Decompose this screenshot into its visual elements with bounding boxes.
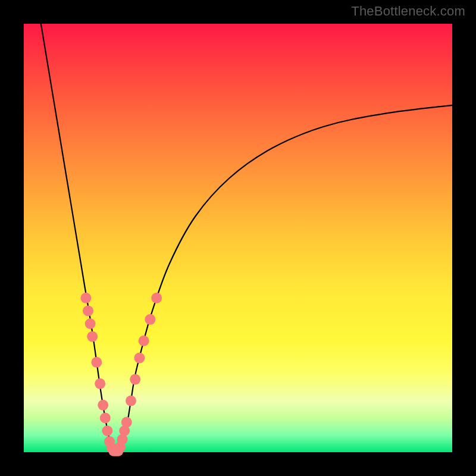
bottleneck-marker xyxy=(145,314,155,325)
bottleneck-marker xyxy=(130,374,140,385)
bottleneck-marker xyxy=(87,331,98,342)
watermark-label: TheBottleneck.com xyxy=(351,4,465,19)
bottleneck-marker xyxy=(102,425,112,436)
bottleneck-marker xyxy=(80,293,91,303)
bottleneck-marker xyxy=(98,400,108,411)
bottleneck-curve-path xyxy=(41,24,452,453)
bottleneck-marker xyxy=(83,305,93,316)
bottleneck-marker xyxy=(100,412,111,423)
bottleneck-marker xyxy=(91,357,102,368)
bottleneck-marker xyxy=(151,293,162,303)
bottleneck-marker xyxy=(121,417,132,428)
bottleneck-marker xyxy=(85,318,96,329)
bottleneck-curve-svg xyxy=(24,24,452,452)
bottleneck-marker xyxy=(126,396,136,406)
bottleneck-marker xyxy=(139,336,149,346)
bottleneck-marker xyxy=(134,353,145,364)
chart-plot-area xyxy=(24,24,452,452)
bottleneck-marker xyxy=(95,378,105,389)
bottleneck-curve-markers xyxy=(80,293,162,456)
